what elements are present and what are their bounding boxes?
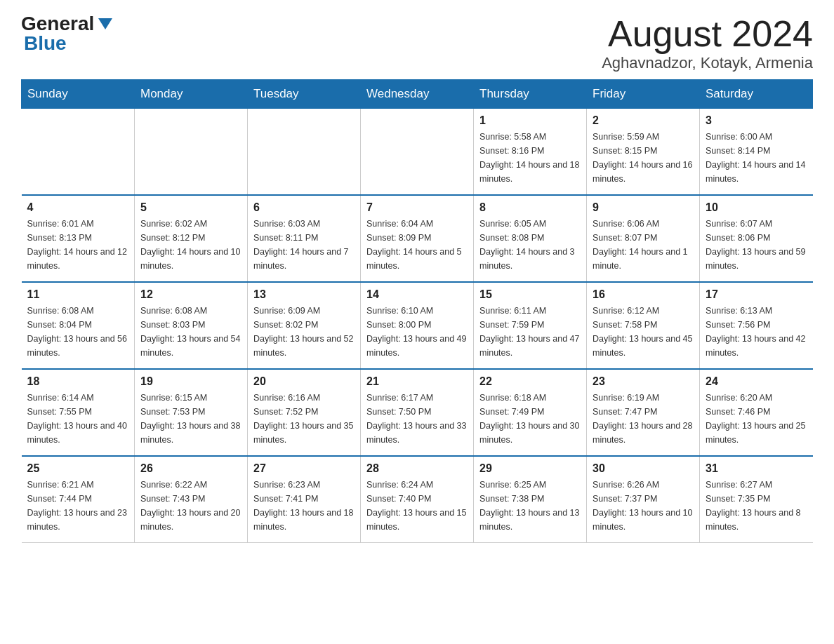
- calendar-cell: 20Sunrise: 6:16 AMSunset: 7:52 PMDayligh…: [248, 369, 361, 456]
- day-info: Sunrise: 6:14 AMSunset: 7:55 PMDaylight:…: [27, 391, 129, 447]
- page-header: General Blue August 2024 Aghavnadzor, Ko…: [21, 14, 813, 72]
- day-info: Sunrise: 6:25 AMSunset: 7:38 PMDaylight:…: [479, 478, 581, 534]
- day-number: 31: [706, 462, 807, 475]
- week-row-2: 4Sunrise: 6:01 AMSunset: 8:13 PMDaylight…: [22, 195, 813, 282]
- day-info: Sunrise: 6:07 AMSunset: 8:06 PMDaylight:…: [706, 217, 807, 273]
- day-number: 16: [593, 288, 694, 301]
- day-number: 6: [253, 201, 355, 214]
- day-info: Sunrise: 6:02 AMSunset: 8:12 PMDaylight:…: [140, 217, 241, 273]
- day-number: 11: [27, 288, 129, 301]
- week-row-5: 25Sunrise: 6:21 AMSunset: 7:44 PMDayligh…: [22, 456, 813, 543]
- calendar-cell: [361, 109, 474, 196]
- weekday-header-sunday: Sunday: [22, 80, 135, 109]
- day-info: Sunrise: 6:23 AMSunset: 7:41 PMDaylight:…: [253, 478, 355, 534]
- day-info: Sunrise: 6:08 AMSunset: 8:04 PMDaylight:…: [27, 304, 129, 360]
- calendar-cell: 25Sunrise: 6:21 AMSunset: 7:44 PMDayligh…: [22, 456, 135, 543]
- calendar-cell: 14Sunrise: 6:10 AMSunset: 8:00 PMDayligh…: [361, 282, 474, 369]
- calendar-cell: 22Sunrise: 6:18 AMSunset: 7:49 PMDayligh…: [474, 369, 587, 456]
- calendar-cell: 23Sunrise: 6:19 AMSunset: 7:47 PMDayligh…: [587, 369, 700, 456]
- day-info: Sunrise: 5:58 AMSunset: 8:16 PMDaylight:…: [479, 130, 581, 186]
- day-number: 27: [253, 462, 355, 475]
- calendar-cell: 17Sunrise: 6:13 AMSunset: 7:56 PMDayligh…: [700, 282, 813, 369]
- day-info: Sunrise: 6:18 AMSunset: 7:49 PMDaylight:…: [479, 391, 581, 447]
- weekday-header-wednesday: Wednesday: [361, 80, 474, 109]
- day-number: 29: [479, 462, 581, 475]
- day-info: Sunrise: 6:15 AMSunset: 7:53 PMDaylight:…: [140, 391, 241, 447]
- week-row-4: 18Sunrise: 6:14 AMSunset: 7:55 PMDayligh…: [22, 369, 813, 456]
- weekday-header-friday: Friday: [587, 80, 700, 109]
- day-info: Sunrise: 6:00 AMSunset: 8:14 PMDaylight:…: [706, 130, 807, 186]
- calendar-table: SundayMondayTuesdayWednesdayThursdayFrid…: [21, 79, 813, 543]
- day-info: Sunrise: 6:17 AMSunset: 7:50 PMDaylight:…: [366, 391, 468, 447]
- calendar-cell: 26Sunrise: 6:22 AMSunset: 7:43 PMDayligh…: [135, 456, 248, 543]
- calendar-cell: [22, 109, 135, 196]
- day-info: Sunrise: 6:12 AMSunset: 7:58 PMDaylight:…: [593, 304, 694, 360]
- logo-blue: Blue: [24, 32, 67, 54]
- day-number: 9: [593, 201, 694, 214]
- day-info: Sunrise: 6:09 AMSunset: 8:02 PMDaylight:…: [253, 304, 355, 360]
- day-info: Sunrise: 6:27 AMSunset: 7:35 PMDaylight:…: [706, 478, 807, 534]
- logo: General Blue: [21, 14, 112, 53]
- day-number: 8: [479, 201, 581, 214]
- calendar-cell: 29Sunrise: 6:25 AMSunset: 7:38 PMDayligh…: [474, 456, 587, 543]
- calendar-cell: 28Sunrise: 6:24 AMSunset: 7:40 PMDayligh…: [361, 456, 474, 543]
- day-info: Sunrise: 6:26 AMSunset: 7:37 PMDaylight:…: [593, 478, 694, 534]
- calendar-cell: 18Sunrise: 6:14 AMSunset: 7:55 PMDayligh…: [22, 369, 135, 456]
- day-number: 28: [366, 462, 468, 475]
- calendar-cell: 12Sunrise: 6:08 AMSunset: 8:03 PMDayligh…: [135, 282, 248, 369]
- calendar-cell: 21Sunrise: 6:17 AMSunset: 7:50 PMDayligh…: [361, 369, 474, 456]
- day-number: 15: [479, 288, 581, 301]
- calendar-cell: 2Sunrise: 5:59 AMSunset: 8:15 PMDaylight…: [587, 109, 700, 196]
- day-number: 30: [593, 462, 694, 475]
- calendar-cell: 11Sunrise: 6:08 AMSunset: 8:04 PMDayligh…: [22, 282, 135, 369]
- day-info: Sunrise: 6:11 AMSunset: 7:59 PMDaylight:…: [479, 304, 581, 360]
- day-info: Sunrise: 6:24 AMSunset: 7:40 PMDaylight:…: [366, 478, 468, 534]
- day-number: 25: [27, 462, 129, 475]
- day-number: 10: [706, 201, 807, 214]
- day-info: Sunrise: 6:13 AMSunset: 7:56 PMDaylight:…: [706, 304, 807, 360]
- day-number: 18: [27, 375, 129, 388]
- weekday-header-tuesday: Tuesday: [248, 80, 361, 109]
- day-number: 26: [140, 462, 241, 475]
- weekday-header-saturday: Saturday: [700, 80, 813, 109]
- day-number: 1: [479, 114, 581, 127]
- day-number: 7: [366, 201, 468, 214]
- calendar-cell: 9Sunrise: 6:06 AMSunset: 8:07 PMDaylight…: [587, 195, 700, 282]
- calendar-cell: 1Sunrise: 5:58 AMSunset: 8:16 PMDaylight…: [474, 109, 587, 196]
- calendar-cell: 13Sunrise: 6:09 AMSunset: 8:02 PMDayligh…: [248, 282, 361, 369]
- calendar-cell: 31Sunrise: 6:27 AMSunset: 7:35 PMDayligh…: [700, 456, 813, 543]
- day-number: 22: [479, 375, 581, 388]
- calendar-cell: 10Sunrise: 6:07 AMSunset: 8:06 PMDayligh…: [700, 195, 813, 282]
- weekday-header-row: SundayMondayTuesdayWednesdayThursdayFrid…: [22, 80, 813, 109]
- title-block: August 2024 Aghavnadzor, Kotayk, Armenia: [602, 14, 813, 72]
- day-number: 5: [140, 201, 241, 214]
- calendar-cell: 7Sunrise: 6:04 AMSunset: 8:09 PMDaylight…: [361, 195, 474, 282]
- day-info: Sunrise: 6:06 AMSunset: 8:07 PMDaylight:…: [593, 217, 694, 273]
- day-number: 17: [706, 288, 807, 301]
- day-number: 20: [253, 375, 355, 388]
- day-number: 19: [140, 375, 241, 388]
- calendar-cell: [135, 109, 248, 196]
- calendar-cell: [248, 109, 361, 196]
- day-number: 12: [140, 288, 241, 301]
- weekday-header-thursday: Thursday: [474, 80, 587, 109]
- calendar-cell: 6Sunrise: 6:03 AMSunset: 8:11 PMDaylight…: [248, 195, 361, 282]
- day-number: 14: [366, 288, 468, 301]
- week-row-1: 1Sunrise: 5:58 AMSunset: 8:16 PMDaylight…: [22, 109, 813, 196]
- day-info: Sunrise: 6:20 AMSunset: 7:46 PMDaylight:…: [706, 391, 807, 447]
- day-info: Sunrise: 6:05 AMSunset: 8:08 PMDaylight:…: [479, 217, 581, 273]
- calendar-cell: 16Sunrise: 6:12 AMSunset: 7:58 PMDayligh…: [587, 282, 700, 369]
- calendar-cell: 8Sunrise: 6:05 AMSunset: 8:08 PMDaylight…: [474, 195, 587, 282]
- day-info: Sunrise: 6:01 AMSunset: 8:13 PMDaylight:…: [27, 217, 129, 273]
- day-info: Sunrise: 6:19 AMSunset: 7:47 PMDaylight:…: [593, 391, 694, 447]
- day-number: 3: [706, 114, 807, 127]
- calendar-cell: 19Sunrise: 6:15 AMSunset: 7:53 PMDayligh…: [135, 369, 248, 456]
- day-number: 21: [366, 375, 468, 388]
- calendar-cell: 27Sunrise: 6:23 AMSunset: 7:41 PMDayligh…: [248, 456, 361, 543]
- day-info: Sunrise: 6:04 AMSunset: 8:09 PMDaylight:…: [366, 217, 468, 273]
- calendar-cell: 24Sunrise: 6:20 AMSunset: 7:46 PMDayligh…: [700, 369, 813, 456]
- day-number: 24: [706, 375, 807, 388]
- day-info: Sunrise: 6:03 AMSunset: 8:11 PMDaylight:…: [253, 217, 355, 273]
- day-info: Sunrise: 6:08 AMSunset: 8:03 PMDaylight:…: [140, 304, 241, 360]
- page-subtitle: Aghavnadzor, Kotayk, Armenia: [602, 54, 813, 72]
